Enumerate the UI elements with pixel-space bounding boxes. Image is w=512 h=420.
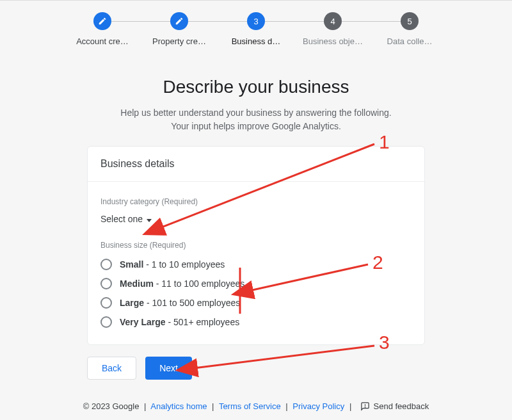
card-title: Business details [88,147,424,182]
link-privacy[interactable]: Privacy Policy [292,401,344,411]
page-subtitle: Help us better understand your business … [0,106,512,133]
step-label: Account cre… [76,36,129,46]
step-number: 3 [247,12,265,30]
step-business-objective: 4 Business obje… [294,12,371,46]
step-business-details[interactable]: 3 Business d… [218,12,294,46]
next-button[interactable]: Next [145,357,192,380]
page-title: Describe your business [0,77,512,97]
footer: © 2023 Google | Analytics home | Terms o… [0,401,512,411]
business-size-label: Business size (Required) [100,241,412,250]
business-details-card: Business details Industry category (Requ… [87,146,425,345]
radio-icon [100,278,112,289]
back-button[interactable]: Back [87,357,136,380]
step-property[interactable]: Property cre… [141,12,218,46]
radio-icon [100,259,112,270]
size-option-very-large[interactable]: Very Large - 501+ employees [100,312,412,332]
step-account[interactable]: Account cre… [64,12,141,46]
dropdown-value: Select one [100,214,143,224]
step-label: Business obje… [303,36,363,46]
stepper: Account cre… Property cre… 3 Business d…… [0,1,512,46]
step-label: Property cre… [152,36,206,46]
step-label: Business d… [232,36,281,46]
industry-category-label: Industry category (Required) [100,197,412,206]
size-option-medium[interactable]: Medium - 11 to 100 employees [100,274,412,293]
feedback-icon [360,401,370,411]
step-label: Data colle… [387,36,433,46]
step-data-collection: 5 Data colle… [371,12,448,46]
copyright: © 2023 Google [83,401,140,411]
action-row: Back Next [87,357,425,380]
industry-category-dropdown[interactable]: Select one [100,211,152,227]
link-analytics-home[interactable]: Analytics home [150,401,207,411]
pencil-icon [93,12,111,30]
step-number: 4 [324,12,342,30]
link-terms[interactable]: Terms of Service [219,401,281,411]
radio-icon [100,316,112,328]
size-option-small[interactable]: Small - 1 to 10 employees [100,255,412,274]
size-option-large[interactable]: Large - 101 to 500 employees [100,293,412,312]
feedback-link[interactable]: Send feedback [356,401,429,411]
pencil-icon [170,12,188,30]
caret-down-icon [147,214,152,224]
radio-icon [100,297,112,309]
svg-point-1 [365,407,365,407]
step-number: 5 [401,12,419,30]
